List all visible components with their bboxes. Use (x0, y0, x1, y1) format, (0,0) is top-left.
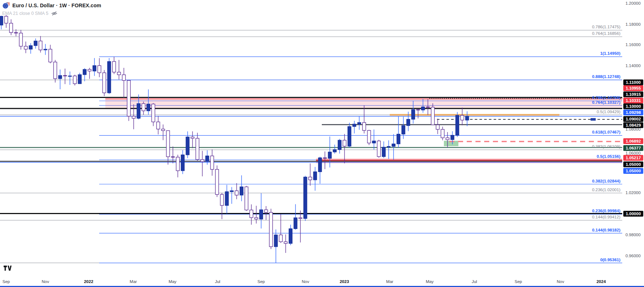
candlestick (117, 72, 121, 75)
candlestick (206, 156, 209, 162)
candlestick (225, 192, 228, 205)
candlestick (353, 124, 356, 127)
eye-off-icon[interactable] (51, 11, 57, 16)
price-badge: 1.10915 (623, 91, 643, 97)
candlestick (88, 69, 91, 71)
candlestick (284, 242, 287, 243)
price-chart-canvas[interactable]: 0.786(1.17475)0.764(1.16856)0.5(1.09429)… (0, 0, 644, 287)
candlestick (289, 229, 292, 243)
candlestick (402, 126, 405, 134)
candlestick (201, 160, 204, 162)
candlestick (44, 49, 47, 50)
candlestick (421, 107, 425, 110)
candlestick (274, 235, 278, 246)
candlestick (240, 187, 243, 195)
candlestick (441, 130, 444, 138)
price-badge: 1.06892 (623, 138, 643, 144)
candlestick (132, 116, 135, 118)
candlestick (68, 76, 72, 76)
fib-label: 1(1.14950) (600, 51, 620, 56)
fib-label: 0.382(1.06109) (592, 144, 620, 149)
fib-label: 0.144(0.98182) (592, 228, 620, 232)
price-badge: 1.09002 (623, 116, 643, 122)
price-badge: 1.10955 (623, 85, 643, 91)
fib-label: 0.5(1.05156) (597, 154, 620, 159)
candlestick (362, 123, 366, 131)
candlestick (264, 210, 268, 212)
candlestick (108, 62, 111, 93)
time-axis-label: May (169, 279, 177, 284)
candlestick (0, 16, 3, 25)
candlestick (417, 110, 420, 110)
candlestick (461, 115, 464, 120)
fib-label: 0.764(1.16856) (592, 31, 620, 36)
candlestick (368, 130, 371, 143)
price-badge: 1.10000 (623, 103, 643, 109)
price-badge: 1.05217 (623, 155, 643, 161)
fib-label: 0.888(1.12748) (592, 74, 620, 79)
candlestick (313, 172, 317, 180)
line-handle[interactable] (591, 118, 596, 121)
candlestick (24, 46, 28, 49)
price-axis-tick: 0.98000 (625, 233, 641, 237)
candlestick (372, 141, 376, 143)
candlestick (152, 104, 155, 122)
candlestick (49, 49, 52, 62)
time-axis-label: Jul (215, 279, 220, 284)
candlestick (466, 116, 469, 120)
candlestick (162, 129, 165, 131)
candlestick (230, 191, 234, 192)
time-axis-label: Mar (386, 279, 393, 284)
time-axis-label: Nov (42, 279, 49, 284)
price-axis[interactable]: 1.200001.180001.160001.140001.080001.060… (623, 0, 644, 278)
candlestick (397, 134, 400, 144)
candlestick (387, 147, 390, 147)
candlestick (250, 210, 253, 218)
candlestick (382, 147, 385, 157)
candlestick (98, 66, 101, 73)
time-axis-label: Nov (302, 279, 309, 284)
indicator-legend[interactable]: EMA 21 close 0 SMA 5 (2, 11, 48, 16)
candlestick (215, 169, 219, 194)
candlestick (333, 149, 336, 152)
fib-label: 0.236(1.02001) (592, 188, 620, 192)
candlestick (319, 158, 322, 172)
fib-label: 0.764(1.10327) (592, 100, 620, 104)
candlestick (211, 156, 214, 169)
tradingview-logo[interactable] (3, 265, 13, 273)
candlestick (113, 62, 116, 72)
eur-usd-flag-icon (2, 2, 10, 9)
price-badge: 1.06377 (623, 145, 643, 151)
candlestick (39, 41, 42, 50)
candlestick (328, 152, 332, 158)
candlestick (412, 110, 415, 119)
candlestick (58, 75, 62, 79)
resistance-zone-pink[interactable] (105, 99, 622, 108)
price-badge: 1.11000 (623, 79, 643, 85)
candlestick (270, 212, 273, 247)
candlestick (73, 76, 77, 83)
candlestick (191, 137, 194, 138)
candlestick (260, 210, 263, 219)
candlestick (147, 104, 150, 111)
candlestick (142, 104, 145, 111)
candlestick (426, 107, 430, 107)
candlestick (392, 144, 395, 147)
symbol-title[interactable]: Euro / U.S. Dollar · 1W · FOREX.com (12, 3, 101, 8)
fib-label: 0.144(0.99412) (592, 215, 620, 219)
candlestick (122, 75, 126, 81)
price-badge: 1.10331 (623, 98, 643, 103)
candlestick (196, 138, 199, 160)
candlestick (245, 187, 248, 210)
price-axis-tick: 0.96000 (625, 254, 641, 258)
fib-label: 0(0.95361) (600, 258, 620, 262)
candlestick (343, 140, 346, 146)
time-axis-label: 2022 (84, 279, 93, 284)
candlestick (166, 131, 170, 157)
candlestick (431, 107, 434, 125)
candlestick (377, 141, 381, 156)
time-axis-label: Jul (472, 279, 477, 284)
candlestick (436, 125, 440, 129)
candlestick (299, 218, 302, 218)
candlestick (157, 122, 160, 129)
